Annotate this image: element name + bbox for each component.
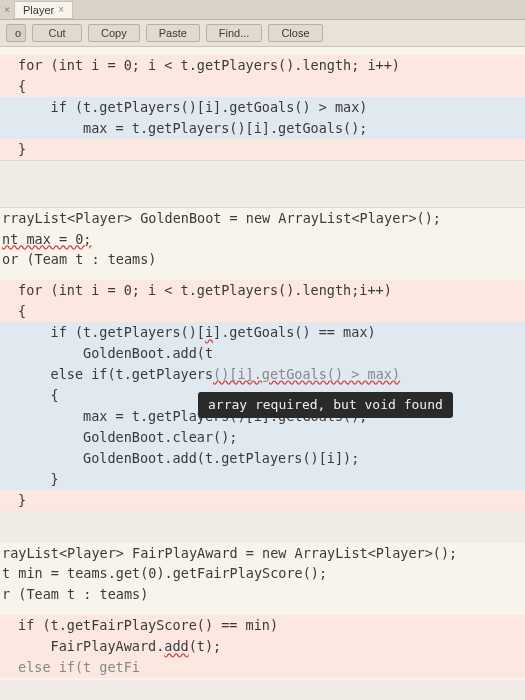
code-line: t min = teams.get(0).getFairPlayScore();	[0, 563, 525, 584]
close-button[interactable]: Close	[268, 24, 322, 42]
code-line: rayList<Player> FairPlayAward = new Arra…	[0, 543, 525, 564]
tab-prev-close[interactable]: ×	[0, 4, 14, 15]
code-line: or (Team t : teams)	[0, 249, 525, 270]
code-line: nt max = 0;	[0, 229, 525, 250]
tab-player[interactable]: Player ×	[14, 1, 73, 19]
code-line: }	[0, 469, 525, 490]
code-line: else if(t getFi	[0, 657, 525, 678]
close-icon[interactable]: ×	[58, 4, 64, 15]
code-line: GoldenBoot.add(t.getPlayers()[i]);	[0, 448, 525, 469]
code-line: FairPlayAward.add(t);	[0, 636, 525, 657]
code-line: if (t.getPlayers()[i].getGoals() == max)	[0, 322, 525, 343]
tab-label: Player	[23, 4, 54, 16]
code-line: {	[0, 76, 525, 97]
cut-button[interactable]: Cut	[32, 24, 82, 42]
code-line: rrayList<Player> GoldenBoot = new ArrayL…	[0, 208, 525, 229]
code-line: {	[0, 301, 525, 322]
tab-bar: × Player ×	[0, 0, 525, 20]
error-tooltip: array required, but void found	[198, 392, 453, 418]
code-line: GoldenBoot.clear();	[0, 427, 525, 448]
paste-button[interactable]: Paste	[146, 24, 200, 42]
gap	[0, 160, 525, 208]
code-line: if (t.getPlayers()[i].getGoals() > max)	[0, 97, 525, 118]
code-line: }	[0, 139, 525, 160]
code-line: r (Team t : teams)	[0, 584, 525, 605]
code-line: max = t.getPlayers()[i].getGoals();	[0, 118, 525, 139]
code-line: for (int i = 0; i < t.getPlayers().lengt…	[0, 280, 525, 301]
code-line: else if(t.getPlayers()[i].getGoals() > m…	[0, 364, 525, 385]
code-line: if (t.getFairPlayScore() == min)	[0, 615, 525, 636]
code-line: }	[0, 490, 525, 511]
code-editor[interactable]: for (int i = 0; i < t.getPlayers().lengt…	[0, 47, 525, 680]
code-line: GoldenBoot.add(t	[0, 343, 525, 364]
copy-button[interactable]: Copy	[88, 24, 140, 42]
toolbar: o Cut Copy Paste Find... Close	[0, 20, 525, 47]
find-button[interactable]: Find...	[206, 24, 263, 42]
code-line: for (int i = 0; i < t.getPlayers().lengt…	[0, 55, 525, 76]
toolbar-undo[interactable]: o	[6, 24, 26, 42]
